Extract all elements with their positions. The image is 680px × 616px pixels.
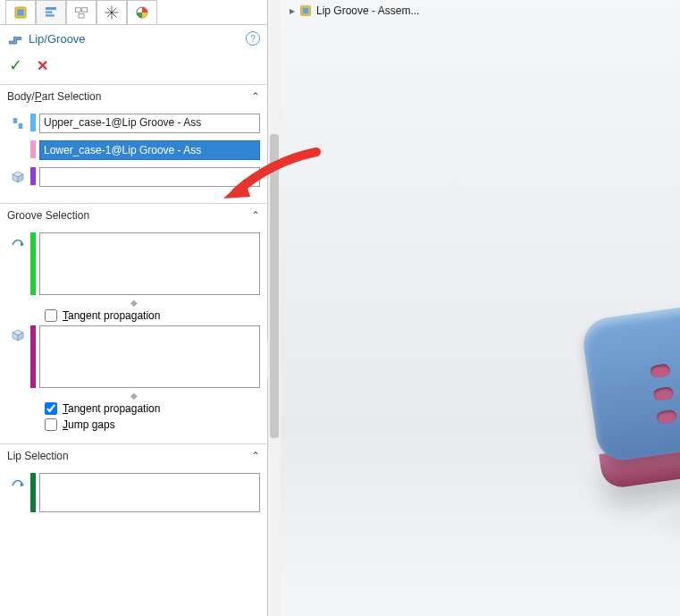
section-title-groove: Groove Selection	[7, 209, 89, 222]
cancel-button[interactable]: ✕	[37, 57, 48, 74]
svg-rect-6	[82, 8, 88, 13]
svg-rect-17	[303, 8, 309, 14]
lip-body-icon	[7, 114, 29, 131]
groove-faces-list[interactable]	[39, 325, 260, 388]
tab-feature-tree[interactable]	[5, 0, 36, 24]
tab-property-manager[interactable]	[36, 0, 66, 24]
section-head-body-part[interactable]: Body/Part Selection ⌃	[0, 84, 267, 108]
groove-body-field[interactable]: Lower_case-1@Lip Groove - Ass	[39, 140, 260, 160]
section-title-lip: Lip Selection	[7, 450, 69, 462]
lip-body-field[interactable]: Upper_case-1@Lip Groove - Ass	[39, 114, 260, 133]
feature-title: Lip/Groove	[29, 32, 86, 46]
confirm-bar: ✓ ✕	[0, 52, 267, 84]
swatch-lip-edges	[30, 473, 36, 512]
body-field[interactable]	[39, 167, 260, 187]
tab-dimxpert[interactable]	[97, 0, 127, 24]
swatch-groove-body	[30, 140, 36, 158]
swatch-lip-body	[30, 114, 36, 131]
section-title-body-part: Body/Part Selection	[7, 90, 101, 103]
section-head-groove[interactable]: Groove Selection ⌃	[0, 203, 267, 227]
tangent-propagation-2-label: Tangent propagation	[63, 402, 160, 415]
groove-body-icon-slot	[7, 140, 29, 142]
swatch-groove-faces	[30, 325, 36, 388]
swatch-body	[30, 167, 36, 185]
swatch-groove-edges	[30, 232, 36, 295]
section-lip	[0, 468, 267, 528]
list-resize-grip[interactable]: ◆	[7, 299, 260, 306]
lip-edge-icon	[7, 473, 29, 491]
collapse-icon[interactable]: ⌃	[251, 450, 260, 462]
ok-button[interactable]: ✓	[9, 55, 22, 75]
assembly-icon	[298, 4, 313, 18]
model-render	[558, 241, 680, 563]
groove-edge-icon	[7, 232, 29, 250]
svg-rect-7	[79, 14, 84, 19]
svg-rect-1	[17, 9, 24, 16]
section-groove: ◆ Tangent propagation ◆ Tangent propagat…	[0, 227, 267, 443]
panel-scrollbar-track[interactable]	[268, 0, 281, 616]
panel-scrollbar-thumb[interactable]	[270, 134, 279, 438]
body-icon	[7, 167, 29, 185]
property-manager-panel: Lip/Groove ? ✓ ✕ Body/Part Selection ⌃ U…	[0, 0, 268, 616]
groove-edges-list[interactable]	[39, 232, 260, 295]
svg-rect-5	[75, 8, 80, 13]
collapse-icon[interactable]: ⌃	[251, 90, 260, 103]
flyout-feature-tree[interactable]: ▸ Lip Groove - Assem...	[290, 4, 419, 18]
section-head-lip[interactable]: Lip Selection ⌃	[0, 443, 267, 468]
tab-configuration-manager[interactable]	[66, 0, 97, 24]
svg-rect-3	[46, 12, 53, 13]
groove-face-icon	[7, 325, 29, 343]
list-resize-grip-2[interactable]: ◆	[7, 392, 260, 399]
jump-gaps-label: Jump gaps	[63, 418, 115, 431]
graphics-viewport[interactable]: ▸ Lip Groove - Assem...	[281, 0, 680, 616]
svg-rect-4	[46, 14, 55, 16]
chevron-right-icon: ▸	[290, 4, 295, 17]
tangent-propagation-1-label: Tangent propagation	[63, 309, 160, 322]
collapse-icon[interactable]: ⌃	[251, 209, 260, 222]
lip-edges-list[interactable]	[39, 473, 260, 512]
breadcrumb-label: Lip Groove - Assem...	[316, 4, 419, 17]
tangent-propagation-2-checkbox[interactable]	[45, 402, 57, 415]
feature-header: Lip/Groove ?	[0, 25, 267, 52]
tab-display-manager[interactable]	[127, 0, 157, 24]
tangent-propagation-1-checkbox[interactable]	[45, 309, 57, 322]
feature-manager-tabs	[0, 0, 267, 25]
svg-rect-2	[46, 7, 56, 10]
jump-gaps-checkbox[interactable]	[45, 418, 57, 431]
lip-groove-icon	[7, 30, 23, 46]
section-body-part: Upper_case-1@Lip Groove - Ass Lower_case…	[0, 108, 267, 203]
help-icon[interactable]: ?	[246, 31, 260, 46]
